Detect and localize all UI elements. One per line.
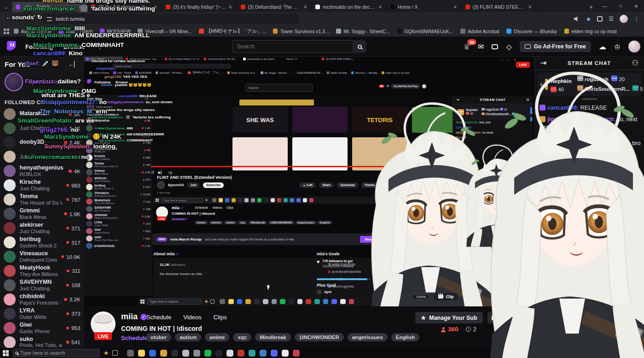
channel-row[interactable]: Vinesauce Delinquent Comm... 10.9K (0, 250, 84, 264)
bookmark-item[interactable]: Mr. Soggy - StreetC... (334, 27, 393, 35)
browser-tab[interactable]: mcdonalds on the dock just bi ✕ (312, 2, 387, 12)
channel-row[interactable]: MeatyHook They Are Billions 311 (0, 264, 84, 278)
start-button[interactable] (3, 350, 9, 356)
stream-tag[interactable]: angerissues (348, 333, 388, 341)
manage-sub-button[interactable]: ★Manage Your Sub (415, 312, 483, 323)
app-icon[interactable] (293, 350, 300, 357)
new-tab-button[interactable]: + (585, 2, 597, 12)
prime-icon[interactable]: ♔ (614, 42, 621, 51)
stream-tag[interactable]: autism (175, 333, 201, 341)
app-icon[interactable] (271, 350, 278, 357)
close-button[interactable]: ✕ (628, 4, 644, 9)
channel-row[interactable]: LYRA Outer Wilds 373 (0, 306, 84, 321)
app-icon[interactable] (127, 350, 134, 357)
site-settings-icon[interactable] (47, 17, 52, 21)
app-icon[interactable] (160, 350, 167, 357)
twitch-logo-icon[interactable] (6, 41, 17, 53)
app-icon[interactable] (249, 350, 255, 357)
activity-icon[interactable]: ♕39 (464, 42, 470, 51)
stream-tag[interactable]: xqc (233, 333, 251, 341)
app-icon[interactable] (215, 350, 222, 357)
search-input[interactable] (232, 40, 353, 53)
channel-row[interactable]: SAVEHYMN Just Chatting 168 (0, 278, 84, 292)
sidebar-collapse-icon[interactable]: ←▏ (68, 61, 79, 68)
tab-muted-icon[interactable] (574, 17, 580, 22)
channel-row[interactable]: Kirsche Just Chatting 983 (0, 178, 84, 193)
bookmark-item[interactable]: GQ6vn69WMAEUsK... (395, 27, 456, 35)
theater-mode-icon[interactable]: ▭ (472, 294, 476, 300)
tab-close-icon[interactable]: ✕ (303, 4, 307, 10)
channel-display-name[interactable]: miia (121, 312, 138, 321)
stream-video[interactable]: miia - Twitch (3) the full chinese - You… (84, 56, 534, 306)
app-icon[interactable] (193, 350, 200, 357)
leaderboard-prev-icon[interactable]: ‹ (540, 80, 542, 88)
tab-videos[interactable]: Videos (183, 314, 202, 321)
bookmark-item[interactable]: Tower Survivors v1.3... (270, 27, 331, 35)
channel-row[interactable]: alekirser Just Chatting 371 (0, 221, 84, 235)
app-icon[interactable] (138, 350, 145, 357)
bookmark-item[interactable]: elden ring co op mod (562, 27, 619, 35)
tab-schedule[interactable]: Schedule (146, 314, 171, 321)
user-avatar[interactable] (628, 41, 640, 53)
app-icon[interactable] (171, 350, 178, 357)
task-view-icon[interactable] (112, 350, 118, 356)
app-icon[interactable] (149, 350, 156, 357)
browser-tab[interactable]: (3) it's finally friday! '(~')' *er ✕ (162, 2, 237, 12)
channel-row[interactable]: beribug System Shock 2 317 (0, 235, 84, 250)
channel-row[interactable]: Tenma The House of Da Vi... 787 (0, 193, 84, 207)
stream-tag[interactable]: 1INCHWONDER (295, 333, 344, 341)
apps-grid-icon[interactable] (4, 29, 9, 34)
channel-row[interactable]: chibidoki Papa's Freezeria D... 3.2K (0, 292, 84, 306)
drops-icon[interactable]: ◇ (506, 42, 511, 51)
clip-button[interactable]: Clip (434, 293, 458, 300)
channel-row[interactable]: Giwi Gartic Phone 953 (0, 321, 84, 335)
tab-close-icon[interactable]: ✕ (378, 4, 383, 10)
browser-tab[interactable]: Home / X ✕ (387, 2, 462, 12)
chat-collapse-icon[interactable]: ⇥ (540, 59, 546, 67)
channel-row[interactable]: suko Pools, Hot Tubs, an... 541 (0, 335, 84, 349)
stream-tag[interactable]: Mindbreak (255, 333, 291, 341)
address-bar[interactable]: twitch.tv/miia (41, 14, 299, 24)
whispers-icon[interactable] (492, 44, 498, 49)
tab-search-chevron-icon[interactable]: ⌄ (0, 2, 12, 12)
cortana-sparkle-icon[interactable]: ✦ (104, 350, 109, 357)
maximize-button[interactable]: □ (613, 4, 628, 9)
channel-row[interactable]: Grimmi Black Mesa 1.9K (0, 207, 84, 221)
app-icon[interactable] (282, 350, 289, 357)
stream-tag[interactable]: English (391, 333, 420, 341)
app-icon[interactable] (182, 350, 189, 357)
browser-profile-avatar[interactable] (620, 15, 628, 23)
side-panel-icon[interactable] (597, 16, 603, 22)
app-icon[interactable] (238, 350, 244, 357)
tab-close-icon[interactable]: ✕ (228, 4, 232, 10)
browser-menu-icon[interactable]: ⋮ (634, 16, 639, 22)
gift-sub-button[interactable] (487, 312, 501, 323)
story-avatar[interactable] (5, 73, 23, 91)
tab-clips[interactable]: Clips (214, 314, 227, 321)
player-settings-icon[interactable]: ⚙ (462, 293, 467, 300)
browser-tab[interactable]: (3) Defunctland: The Downfall o ✕ (237, 2, 312, 12)
leaderboard-drag-handle[interactable] (582, 98, 598, 100)
tab-close-icon[interactable]: ✕ (528, 4, 532, 10)
taskbar-search[interactable]: Type here to search (12, 349, 100, 357)
app-icon[interactable] (260, 350, 267, 357)
cloud-icon[interactable]: ☁ (599, 42, 606, 51)
bookmark-item[interactable]: Discover — Bluesky (504, 27, 560, 35)
app-icon[interactable] (204, 350, 211, 357)
search-button[interactable] (353, 40, 366, 53)
bookmark-star-icon[interactable]: ★ (586, 16, 592, 23)
inbox-icon[interactable]: ✉ (478, 42, 484, 51)
playlist-icon[interactable]: ☰ (609, 16, 614, 22)
chat-users-icon[interactable]: ⚇ (632, 59, 638, 67)
channel-row[interactable]: henyathegenius ROBLOX 4K (0, 164, 84, 178)
adfree-button[interactable]: Go Ad-Free for Free (520, 41, 591, 52)
bookmark-item[interactable]: Adobe Acrobat (458, 27, 502, 35)
tab-close-icon[interactable]: ✕ (453, 4, 457, 10)
app-icon[interactable] (226, 350, 233, 357)
browser-tab[interactable]: (3) FLINT AND STEEL (Extended ✕ (462, 2, 537, 12)
minimize-button[interactable]: — (597, 4, 613, 9)
stream-tag[interactable]: vtuber (146, 333, 171, 341)
gifter-leaderboard[interactable]: ‹ 1 Nephkin 40 rogu31sh 20 ChrisSouthern… (538, 73, 641, 96)
quality-badge[interactable]: 720P60 (412, 294, 429, 300)
stream-tag[interactable]: anime (205, 333, 229, 341)
